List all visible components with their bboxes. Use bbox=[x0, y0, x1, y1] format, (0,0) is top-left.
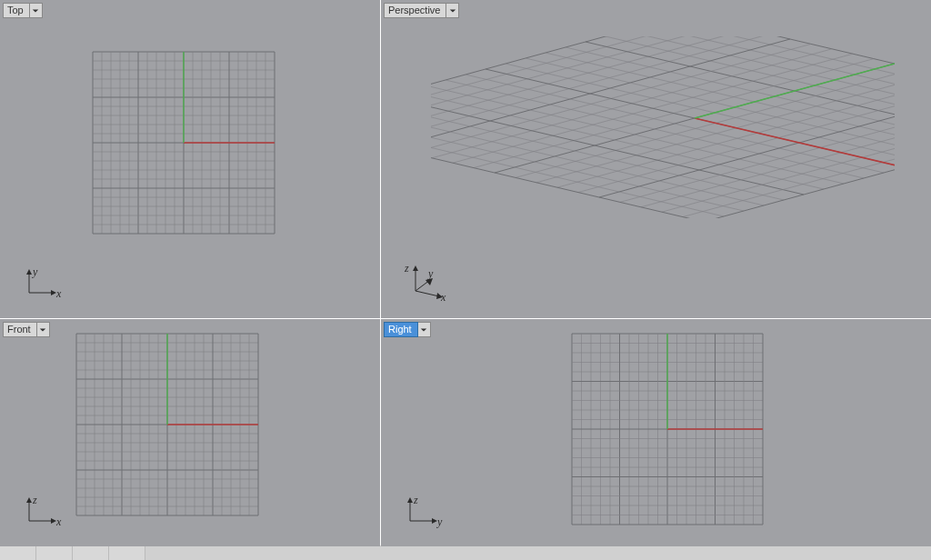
viewport-title[interactable]: Right bbox=[384, 322, 418, 337]
axis-label-h: y bbox=[437, 515, 442, 529]
viewport-label-top[interactable]: Top bbox=[3, 3, 43, 18]
svg-line-89 bbox=[431, 124, 704, 218]
viewport-menu-dropdown[interactable] bbox=[37, 322, 50, 337]
status-segment[interactable] bbox=[0, 545, 36, 560]
viewport-menu-dropdown[interactable] bbox=[418, 322, 431, 337]
svg-marker-144 bbox=[26, 497, 32, 503]
svg-line-69 bbox=[486, 69, 895, 167]
svg-line-65 bbox=[526, 58, 895, 156]
viewport-label-right[interactable]: Right bbox=[384, 322, 431, 337]
axis-label-h: x bbox=[56, 515, 61, 529]
viewport-menu-dropdown[interactable] bbox=[446, 3, 459, 18]
grid-right bbox=[570, 332, 766, 527]
viewport-top[interactable]: Top y x bbox=[0, 0, 380, 318]
svg-line-54 bbox=[431, 36, 748, 138]
chevron-down-icon bbox=[420, 326, 427, 334]
viewport-title[interactable]: Front bbox=[3, 322, 37, 337]
svg-line-91 bbox=[695, 64, 895, 118]
grid-top bbox=[91, 50, 277, 236]
svg-line-72 bbox=[536, 74, 895, 183]
viewport-grid: Top y x Perspective bbox=[0, 0, 931, 545]
viewport-label-perspective[interactable]: Perspective bbox=[384, 3, 459, 18]
viewport-menu-dropdown[interactable] bbox=[30, 3, 43, 18]
axis-label-v: y bbox=[33, 265, 37, 279]
viewport-perspective[interactable]: Perspective z y x bbox=[381, 0, 931, 318]
svg-line-59 bbox=[586, 42, 895, 140]
status-segment[interactable] bbox=[73, 545, 109, 560]
status-segment[interactable] bbox=[109, 545, 145, 560]
viewport-front[interactable]: Front z x bbox=[0, 319, 380, 546]
viewport-right[interactable]: Right z y bbox=[381, 319, 931, 546]
viewport-label-front[interactable]: Front bbox=[3, 322, 50, 337]
axis-label-v: z bbox=[414, 494, 418, 507]
status-bar bbox=[0, 545, 931, 560]
status-segment[interactable] bbox=[36, 545, 73, 560]
axis-label-y: y bbox=[428, 267, 433, 281]
axis-indicator-right: z y bbox=[403, 497, 439, 532]
axis-label-z: z bbox=[405, 262, 409, 275]
grid-front bbox=[75, 332, 261, 518]
axis-label-x: x bbox=[441, 291, 445, 305]
grid-perspective bbox=[431, 36, 895, 218]
svg-line-85 bbox=[431, 113, 744, 211]
axis-label-h: x bbox=[56, 287, 61, 301]
svg-line-93 bbox=[415, 291, 439, 296]
svg-line-77 bbox=[431, 91, 824, 189]
svg-line-76 bbox=[578, 84, 895, 193]
viewport-title[interactable]: Perspective bbox=[384, 3, 446, 18]
svg-line-56 bbox=[431, 36, 769, 144]
svg-marker-192 bbox=[407, 497, 413, 503]
chevron-down-icon bbox=[32, 7, 39, 15]
svg-line-48 bbox=[431, 36, 686, 124]
axis-label-v: z bbox=[33, 494, 37, 507]
svg-line-67 bbox=[506, 64, 895, 162]
svg-marker-95 bbox=[413, 265, 418, 271]
axis-indicator-front: z x bbox=[22, 497, 58, 532]
svg-line-58 bbox=[431, 39, 790, 148]
chevron-down-icon bbox=[449, 7, 456, 15]
axis-indicator-perspective: z y x bbox=[403, 264, 446, 304]
axis-indicator-top: y x bbox=[22, 269, 58, 304]
viewport-title[interactable]: Top bbox=[3, 3, 30, 18]
chevron-down-icon bbox=[39, 326, 46, 334]
svg-marker-46 bbox=[26, 269, 32, 275]
svg-line-88 bbox=[704, 113, 895, 218]
svg-line-90 bbox=[695, 118, 895, 167]
